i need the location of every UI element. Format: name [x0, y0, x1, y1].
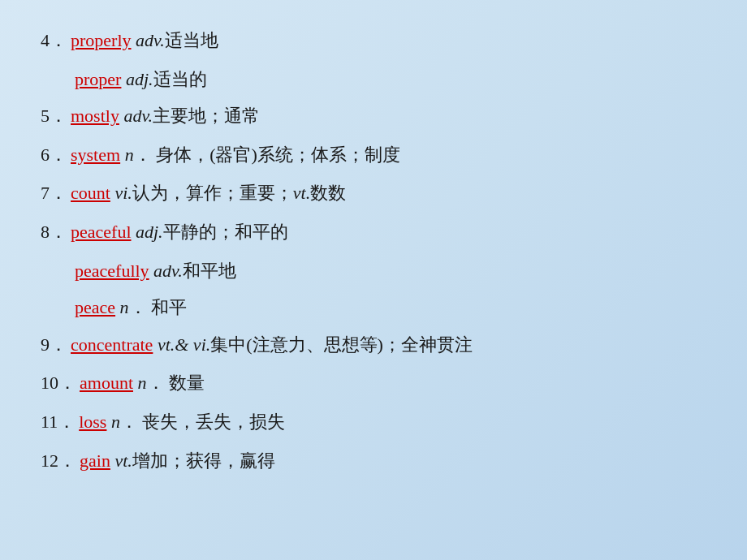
entry-4-sub-proper-definition: 适当的	[153, 69, 207, 89]
entry-4-sub-proper-pos: adj.	[126, 69, 153, 89]
entry-4-pos: adv.	[136, 30, 165, 50]
entry-9-word: concentrate	[71, 334, 153, 355]
entry-10-number: 10．	[41, 373, 76, 393]
entry-11-definition: 丧失，丢失，损失	[138, 411, 286, 432]
entry-12-definition: 增加；获得，赢得	[132, 450, 275, 471]
vocabulary-list: 4．properly adv.适当地 proper adj.适当的 5．most…	[41, 24, 706, 483]
entry-9: 9．concentrate vt.& vi.集中(注意力、思想等)；全神贯注	[41, 329, 706, 361]
entry-9-definition: 集中(注意力、思想等)；全神贯注	[210, 334, 473, 355]
entry-12-pos: vt.	[114, 450, 132, 471]
entry-5-number: 5．	[41, 106, 67, 126]
entry-8-number: 8．	[41, 222, 67, 242]
entry-7-definition2: 数数	[310, 183, 346, 203]
entry-8-sub-peacefully: peacefully adv.和平地	[75, 255, 706, 287]
entry-7-word: count	[71, 183, 110, 203]
entry-10: 10．amount n． 数量	[41, 367, 706, 399]
entry-12-number: 12．	[41, 450, 76, 471]
entry-4-word: properly	[71, 30, 132, 50]
entry-8-sub-peace-pos: n	[120, 297, 129, 317]
entry-7-pos2: vt.	[293, 183, 310, 203]
entry-11: 11．loss n． 丧失，丢失，损失	[41, 406, 706, 438]
entry-8-sub-peace-word: peace	[75, 297, 115, 317]
entry-6: 6．system n． 身体，(器官)系统；体系；制度	[41, 139, 706, 171]
entry-7-pos: vi.	[114, 183, 132, 203]
entry-4-number: 4．	[41, 30, 67, 50]
entry-8-sub-peacefully-pos: adv.	[153, 261, 183, 281]
entry-11-dot: ．	[120, 411, 138, 432]
entry-4-sub-proper-word: proper	[75, 69, 121, 89]
entry-5-word: mostly	[71, 106, 119, 126]
entry-7-number: 7．	[41, 183, 67, 203]
entry-6-word: system	[71, 144, 120, 165]
entry-4-definition: 适当地	[165, 30, 218, 50]
entry-12-word: gain	[80, 450, 110, 471]
entry-5: 5．mostly adv.主要地；通常	[41, 100, 706, 132]
entry-6-pos: n	[125, 144, 134, 165]
entry-5-definition: 主要地；通常	[153, 106, 260, 126]
entry-7: 7．count vi.认为，算作；重要；vt.数数	[41, 177, 706, 209]
entry-10-word: amount	[80, 373, 133, 393]
entry-8-definition: 平静的；和平的	[163, 222, 288, 242]
entry-8-sub-peacefully-definition: 和平地	[183, 261, 236, 281]
entry-11-word: loss	[79, 411, 106, 432]
entry-8-word: peaceful	[71, 222, 132, 242]
entry-8-sub-peace-definition: 和平	[147, 297, 188, 317]
entry-6-dot: ．	[134, 144, 152, 165]
entry-11-number: 11．	[41, 411, 76, 432]
entry-10-dot: ．	[147, 373, 165, 393]
entry-4-sub-proper: proper adj.适当的	[75, 63, 706, 96]
entry-8-sub-peace: peace n． 和平	[75, 291, 706, 324]
entry-12: 12．gain vt.增加；获得，赢得	[41, 445, 706, 477]
entry-10-definition: 数量	[165, 373, 205, 393]
entry-8: 8．peaceful adj.平静的；和平的	[41, 216, 706, 248]
entry-8-sub-peace-dot: ．	[129, 297, 147, 317]
entry-7-definition: 认为，算作；重要；	[132, 183, 293, 203]
entry-4: 4．properly adv.适当地	[41, 24, 706, 57]
entry-5-pos: adv.	[123, 106, 153, 126]
entry-8-pos: adj.	[136, 222, 163, 242]
entry-9-number: 9．	[41, 334, 67, 355]
entry-10-pos: n	[133, 373, 147, 393]
entry-6-number: 6．	[41, 144, 67, 165]
entry-11-pos: n	[111, 411, 120, 432]
entry-8-sub-peacefully-word: peacefully	[75, 261, 149, 281]
entry-6-definition: 身体，(器官)系统；体系；制度	[152, 144, 400, 165]
entry-9-pos: vt.& vi.	[158, 334, 210, 355]
